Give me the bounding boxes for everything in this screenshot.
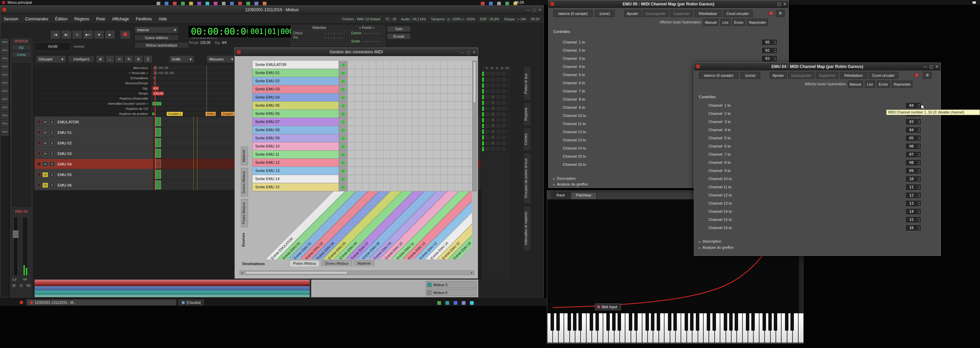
automation-write-button[interactable]: Écrire	[877, 81, 890, 88]
record-arm-button[interactable]	[37, 162, 41, 166]
list-cell[interactable]	[496, 130, 501, 134]
spinner-arrows[interactable]: ▲▼	[917, 192, 921, 198]
route-list-row[interactable]	[481, 146, 510, 152]
piano-black-key[interactable]	[612, 313, 616, 331]
list-cell[interactable]: /	[490, 135, 495, 140]
mute-button[interactable]: M	[43, 120, 48, 124]
matrix-row-cells[interactable]	[348, 126, 472, 134]
list-cell[interactable]	[485, 135, 490, 140]
panel-clock[interactable]: 09:29	[514, 0, 524, 5]
route-list-row[interactable]: /	[481, 117, 510, 123]
spinner-arrows[interactable]: ▲▼	[917, 217, 921, 223]
list-cell[interactable]	[501, 130, 506, 134]
piano-black-key[interactable]	[768, 313, 772, 331]
bypass-button[interactable]: Court-circuiter	[723, 10, 753, 17]
channel-spinbox[interactable]: 12▲▼	[905, 192, 921, 198]
piano-black-key[interactable]	[735, 313, 738, 331]
minimize-button[interactable]: —	[923, 65, 927, 69]
scrollbar-thumb[interactable]	[473, 62, 476, 103]
piano-black-key[interactable]	[673, 313, 677, 331]
analysis-expander[interactable]: ▸Analyse du greffon	[553, 182, 588, 186]
piano-black-key[interactable]	[617, 313, 621, 331]
spin-up-icon[interactable]: ▲	[917, 217, 921, 220]
spin-down-icon[interactable]: ▼	[773, 51, 777, 53]
list-cell[interactable]	[490, 147, 495, 151]
latency-button[interactable]: latence (0 sample)	[699, 72, 738, 79]
spin-up-icon[interactable]: ▲	[773, 56, 777, 59]
close-button[interactable]: ✕	[935, 65, 939, 69]
track-header[interactable]: MSEMU 04	[34, 159, 153, 169]
route-list-row[interactable]: /	[481, 106, 510, 111]
menu-item[interactable]: Affichage	[112, 17, 129, 21]
matrix-row-cells[interactable]	[348, 167, 472, 175]
midi-port-row[interactable]: Sortie EMU 09	[252, 134, 472, 142]
source-tab[interactable]: Matériel	[241, 147, 248, 165]
piano-black-key[interactable]	[690, 313, 694, 331]
preset-save-button[interactable]: Sauvegarder	[788, 72, 814, 79]
scroll-right-icon[interactable]: ▸	[469, 271, 474, 275]
track-header[interactable]: MSEMU 01	[34, 127, 153, 138]
punch-out-button[interactable]: Sortie	[351, 40, 360, 43]
window-menu-icon[interactable]	[550, 2, 554, 6]
automation-play-button[interactable]: Lire	[865, 81, 875, 88]
matrix-row-cells[interactable]	[348, 150, 472, 159]
solo-button[interactable]: S	[49, 151, 55, 156]
solo-button[interactable]: S	[49, 141, 55, 146]
tool-button[interactable]: Z	[143, 55, 153, 63]
channel-spinbox[interactable]: 15▲▼	[905, 217, 921, 223]
spin-up-icon[interactable]: ▲	[917, 201, 921, 204]
midi-region[interactable]	[156, 117, 161, 126]
patchbay-tab[interactable]: Rack	[551, 192, 570, 199]
spinner-arrows[interactable]: ▲▼	[917, 201, 921, 206]
piano-black-key[interactable]	[724, 313, 727, 331]
punch-in-button[interactable]: Entrée	[351, 31, 361, 39]
titlebar[interactable]: EMU 05 : MIDI Channel Map (par Robin Gar…	[549, 0, 788, 8]
listen-button[interactable]: Écoute	[387, 33, 411, 40]
punch-out-value[interactable]: --:--:--:--	[361, 40, 382, 43]
midi-input-node[interactable]: Midi Input	[595, 304, 621, 310]
list-cell[interactable]	[485, 147, 490, 151]
tray-icon[interactable]	[470, 301, 474, 305]
preset-dropdown[interactable]: (none)	[740, 72, 760, 79]
spin-up-icon[interactable]: ▲	[917, 177, 921, 179]
piano-black-key[interactable]	[550, 313, 554, 331]
edit-mode-dropdown[interactable]: Glissant ▾	[36, 55, 66, 63]
mini-strip-item[interactable]: Mixb	[1, 71, 8, 79]
automation-touch-button[interactable]: Reprendre	[891, 81, 913, 88]
record-arm-button[interactable]	[37, 183, 41, 187]
eq-button[interactable]: EQ	[11, 44, 31, 50]
list-cell[interactable]	[496, 147, 501, 151]
list-cell[interactable]	[501, 106, 506, 111]
horizontal-scrollbar[interactable]: ◂ ▸	[240, 270, 474, 275]
midi-port-row[interactable]: Sortie EMU 14	[252, 175, 472, 183]
preset-add-button[interactable]: Ajouter	[624, 10, 641, 17]
midi-port-row[interactable]: Sortie EMU 02	[252, 77, 472, 85]
route-list-row[interactable]: /	[481, 134, 510, 140]
list-cell[interactable]	[496, 101, 501, 105]
menu-item[interactable]: Piste	[96, 17, 105, 21]
minimize-button[interactable]: —	[526, 8, 530, 12]
mini-strip-item[interactable]: Mixb	[1, 128, 8, 136]
spin-down-icon[interactable]: ▼	[917, 138, 921, 141]
route-list-row[interactable]	[481, 77, 510, 82]
position-marker[interactable]: Couplet	[221, 112, 234, 116]
list-cell[interactable]	[496, 135, 501, 140]
mute-button[interactable]: M	[43, 151, 48, 156]
bypass-button[interactable]: Court-circuiter	[869, 72, 898, 79]
tray-icon[interactable]	[445, 301, 449, 305]
midi-port-row[interactable]: Sortie EMU 11	[252, 150, 472, 159]
titlebar[interactable]: 11092001-13112015 - Mixbus —▢✕	[0, 5, 543, 14]
record-arm-button[interactable]	[37, 130, 41, 134]
list-cell[interactable]: /	[490, 141, 495, 146]
gain-value[interactable]: 1.2	[12, 278, 17, 281]
spin-down-icon[interactable]: ▼	[917, 220, 921, 222]
route-list-row[interactable]: /	[481, 123, 510, 129]
list-cell[interactable]	[490, 78, 495, 82]
channel-spinbox[interactable]: 05▲▼	[905, 135, 921, 141]
spin-down-icon[interactable]: ▼	[917, 163, 921, 165]
matrix-row-cells[interactable]	[348, 110, 472, 118]
channel-spinbox[interactable]: 08▲▼	[905, 160, 921, 166]
piano-white-key[interactable]	[781, 313, 787, 343]
main-menu-button[interactable]: Menu principal	[8, 0, 32, 5]
comp-button[interactable]: Comp	[11, 52, 31, 57]
